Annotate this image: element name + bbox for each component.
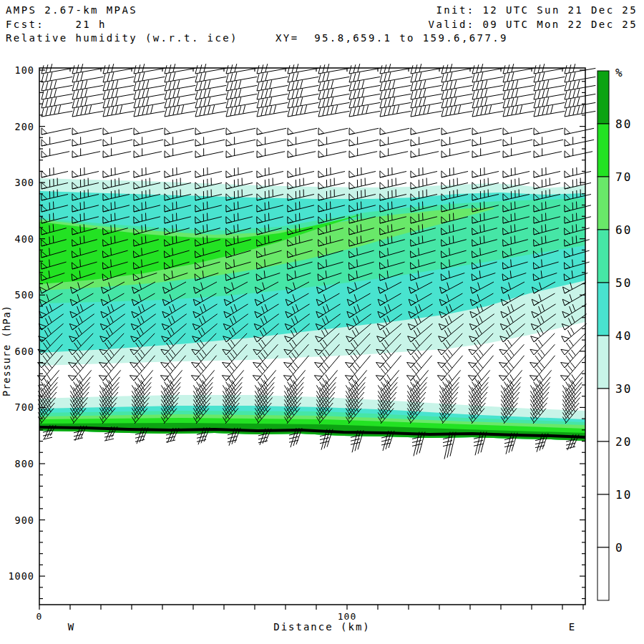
wind-barb bbox=[318, 80, 349, 91]
wind-barb bbox=[472, 89, 503, 99]
wind-barb bbox=[195, 137, 225, 146]
y-axis-label: Pressure (hPa) bbox=[1, 305, 12, 396]
wind-barb bbox=[349, 167, 376, 177]
wind-barb bbox=[134, 167, 160, 177]
wind-barb bbox=[195, 97, 226, 108]
wind-barb bbox=[318, 128, 348, 135]
wind-barb bbox=[288, 167, 314, 177]
colorbar-tick-label: 70 bbox=[615, 170, 632, 184]
wind-barb bbox=[257, 148, 285, 157]
wind-barb bbox=[288, 64, 318, 74]
wind-barb bbox=[411, 64, 441, 74]
wind-barb bbox=[380, 137, 409, 146]
wind-barb bbox=[195, 89, 226, 99]
wind-barb bbox=[441, 128, 471, 135]
wind-barb bbox=[42, 97, 72, 108]
wind-barb bbox=[72, 137, 102, 146]
wind-barb bbox=[503, 64, 534, 74]
colorbar-segment bbox=[597, 494, 609, 547]
wind-barb bbox=[226, 148, 254, 157]
wind-barb bbox=[165, 80, 195, 91]
wind-barb bbox=[561, 344, 586, 368]
wind-barb bbox=[103, 97, 134, 108]
wind-barb bbox=[42, 148, 69, 157]
wind-barb bbox=[411, 148, 439, 157]
wind-barb bbox=[349, 80, 380, 91]
x-axis-label: Distance (km) bbox=[273, 621, 371, 633]
colorbar-segment bbox=[597, 441, 609, 494]
wind-barb bbox=[472, 167, 499, 177]
wind-barb bbox=[42, 72, 72, 82]
wind-barb bbox=[503, 137, 532, 146]
wind-barb bbox=[257, 89, 288, 99]
colorbar-segment bbox=[597, 336, 609, 389]
wind-barb bbox=[318, 97, 349, 108]
colorbar: %80706050403020100 bbox=[597, 66, 632, 600]
colorbar-tick-label: 20 bbox=[615, 435, 632, 449]
wind-barb bbox=[288, 97, 318, 108]
wind-barb bbox=[165, 137, 194, 146]
wind-barb bbox=[165, 148, 192, 157]
y-tick-label: 900 bbox=[15, 514, 34, 526]
wind-barb bbox=[441, 89, 472, 99]
wind-barb bbox=[349, 148, 377, 157]
wind-barb bbox=[103, 72, 134, 82]
wind-barb bbox=[503, 167, 530, 177]
wind-barb bbox=[226, 72, 257, 82]
wind-barb bbox=[561, 333, 585, 355]
y-tick-label: 600 bbox=[15, 346, 34, 357]
wind-barb bbox=[165, 64, 195, 74]
wind-barb bbox=[103, 167, 130, 177]
wind-barb bbox=[318, 167, 345, 177]
wind-barb bbox=[380, 80, 411, 91]
wind-barb bbox=[72, 97, 103, 108]
wind-barb bbox=[565, 64, 595, 74]
wind-barb bbox=[534, 64, 565, 74]
wind-barb bbox=[534, 80, 565, 91]
wind-barb bbox=[441, 72, 472, 82]
wind-barb bbox=[134, 97, 165, 108]
wind-barb bbox=[565, 80, 595, 91]
weather-cross-section-page: { "header": { "model": "AMPS 2.67-km MPA… bbox=[0, 0, 644, 644]
wind-barb bbox=[499, 344, 525, 368]
wind-barb bbox=[103, 64, 134, 74]
colorbar-segment bbox=[597, 389, 609, 441]
wind-barb bbox=[257, 80, 288, 91]
wind-barb bbox=[411, 89, 441, 99]
wind-barb bbox=[565, 97, 595, 108]
wind-barb bbox=[349, 97, 380, 108]
wind-barb bbox=[441, 167, 468, 177]
wind-barb bbox=[318, 89, 349, 99]
wind-barb bbox=[349, 64, 380, 74]
wind-barb bbox=[195, 128, 225, 135]
wind-barb bbox=[472, 128, 502, 135]
wind-barb bbox=[411, 128, 440, 135]
wind-barb bbox=[472, 97, 503, 108]
wind-barb bbox=[565, 89, 595, 99]
wind-barb bbox=[534, 178, 560, 189]
wind-barb bbox=[134, 148, 162, 157]
wind-barb bbox=[134, 64, 165, 74]
wind-barb bbox=[565, 167, 591, 177]
wind-barb bbox=[565, 148, 592, 157]
wind-barb bbox=[565, 128, 594, 135]
wind-barb bbox=[380, 148, 408, 157]
colorbar-tick-label: 0 bbox=[615, 541, 624, 555]
wind-barb bbox=[411, 167, 437, 177]
wind-barb bbox=[72, 148, 100, 157]
wind-barb bbox=[226, 167, 253, 177]
wind-barb bbox=[226, 128, 255, 135]
x-tick-label: 100 bbox=[338, 611, 356, 622]
colorbar-segment bbox=[597, 71, 609, 124]
wind-barb bbox=[195, 148, 223, 157]
wind-barb bbox=[503, 148, 531, 157]
wind-barb bbox=[534, 89, 565, 99]
y-tick-label: 1000 bbox=[8, 570, 34, 582]
colorbar-tick-label: 10 bbox=[615, 488, 632, 502]
wind-barb bbox=[257, 167, 283, 177]
wind-barb bbox=[380, 72, 411, 82]
wind-barb bbox=[565, 137, 594, 146]
wind-barb bbox=[165, 97, 195, 108]
colorbar-title: % bbox=[615, 66, 623, 79]
wind-barb bbox=[103, 137, 132, 146]
